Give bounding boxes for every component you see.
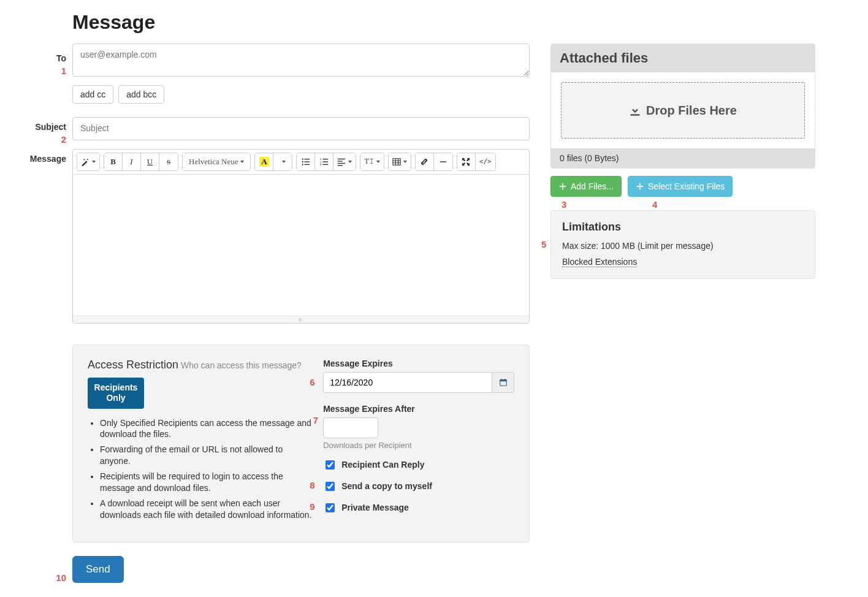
code-view-button[interactable]: </> <box>476 153 495 170</box>
add-files-button[interactable]: Add Files... <box>550 176 622 197</box>
private-message-checkbox[interactable] <box>326 503 335 512</box>
blocked-extensions-link[interactable]: Blocked Extensions <box>562 257 637 267</box>
marker-2: 2 <box>61 134 66 145</box>
ordered-list-button[interactable]: 123 <box>315 153 333 170</box>
access-bullet: A download receipt will be sent when eac… <box>100 498 312 521</box>
to-label: To <box>56 53 66 63</box>
magic-wand-icon <box>81 158 89 166</box>
align-icon <box>337 158 346 166</box>
marker-4: 4 <box>652 199 657 210</box>
svg-rect-3 <box>304 161 310 162</box>
svg-point-0 <box>302 158 303 159</box>
marker-7: 7 <box>313 415 318 425</box>
access-bullet: Recipients will be required to login to … <box>100 471 312 494</box>
plus-icon <box>558 182 567 191</box>
file-dropzone[interactable]: Drop Files Here <box>561 82 805 139</box>
max-size-text: Max size: 1000 MB (Limit per message) <box>562 241 804 251</box>
downloads-sub: Downloads per Recipient <box>323 441 514 450</box>
subject-input[interactable] <box>72 117 530 140</box>
marker-9: 9 <box>310 501 314 512</box>
access-bullets: Only Specified Recipients can access the… <box>88 417 312 521</box>
minus-icon <box>439 158 447 166</box>
select-existing-label: Select Existing Files <box>648 181 725 191</box>
plus-icon <box>636 182 644 191</box>
svg-rect-11 <box>322 164 328 164</box>
svg-rect-1 <box>304 159 310 159</box>
svg-rect-7 <box>322 159 328 159</box>
limitations-panel: 5 Limitations Max size: 1000 MB (Limit p… <box>550 210 815 279</box>
send-copy-label: Send a copy to myself <box>341 481 432 491</box>
add-bcc-button[interactable]: add bcc <box>118 85 164 104</box>
text-color-button[interactable]: A <box>255 153 273 170</box>
recipients-only-button[interactable]: Recipients Only <box>88 378 144 409</box>
select-existing-files-button[interactable]: Select Existing Files <box>628 176 733 197</box>
svg-rect-24 <box>501 378 501 380</box>
list-ol-icon: 123 <box>320 158 329 166</box>
editor-resize-handle[interactable] <box>73 316 529 323</box>
svg-rect-5 <box>304 164 310 164</box>
fullscreen-button[interactable] <box>457 153 476 170</box>
heading-symbol: T𝙸 <box>364 157 373 166</box>
italic-button[interactable]: I <box>123 153 141 170</box>
page-title: Message <box>72 11 155 34</box>
svg-rect-27 <box>560 186 566 187</box>
downloads-per-recipient-input[interactable] <box>323 417 378 438</box>
message-editor: B I U S Helvetica Neue <box>72 149 530 324</box>
editor-toolbar: B I U S Helvetica Neue <box>73 150 529 175</box>
access-restriction-title: Access Restriction <box>88 359 178 371</box>
expand-icon <box>462 158 470 166</box>
add-files-label: Add Files... <box>571 181 614 191</box>
svg-rect-9 <box>322 161 328 162</box>
table-button[interactable] <box>389 153 411 170</box>
dropzone-label: Drop Files Here <box>646 104 737 118</box>
to-input[interactable] <box>72 44 530 77</box>
options-panel: Access Restriction Who can access this m… <box>72 344 530 542</box>
text-color-caret[interactable] <box>273 153 292 170</box>
svg-rect-13 <box>338 161 343 161</box>
access-bullet: Forwarding of the email or URL is not al… <box>100 444 312 467</box>
access-restriction-sub: Who can access this message? <box>181 360 302 370</box>
marker-3: 3 <box>562 199 566 210</box>
private-message-label: Private Message <box>341 503 409 512</box>
svg-rect-29 <box>637 186 644 187</box>
marker-8: 8 <box>310 480 314 490</box>
attached-files-panel: Attached files Drop Files Here 0 files (… <box>550 44 815 169</box>
svg-rect-23 <box>500 379 506 381</box>
heading-button[interactable]: T𝙸 <box>360 153 383 170</box>
subject-label: Subject <box>35 122 66 132</box>
list-ul-icon <box>302 158 310 166</box>
marker-10: 10 <box>56 572 66 583</box>
font-family-select[interactable]: Helvetica Neue <box>183 153 250 170</box>
add-cc-button[interactable]: add cc <box>72 85 113 104</box>
message-label: Message <box>30 154 66 164</box>
svg-rect-12 <box>338 158 345 159</box>
svg-point-4 <box>302 164 303 165</box>
marker-6: 6 <box>310 377 314 387</box>
access-bullet: Only Specified Recipients can access the… <box>100 417 312 441</box>
svg-text:3: 3 <box>320 163 322 166</box>
font-family-label: Helvetica Neue <box>189 157 238 167</box>
expires-after-label: Message Expires After <box>323 404 514 414</box>
send-button[interactable]: Send <box>72 556 124 583</box>
expires-date-input[interactable] <box>323 372 492 393</box>
bold-button[interactable]: B <box>104 153 123 170</box>
strikethrough-button[interactable]: S <box>159 153 178 170</box>
unordered-list-button[interactable] <box>297 153 315 170</box>
horizontal-rule-button[interactable] <box>434 153 452 170</box>
link-icon <box>420 158 428 166</box>
svg-rect-15 <box>338 165 343 165</box>
link-button[interactable] <box>416 153 434 170</box>
limitations-title: Limitations <box>562 221 804 234</box>
style-wand-button[interactable] <box>77 153 99 170</box>
recipient-can-reply-label: Recipient Can Reply <box>341 460 424 470</box>
paragraph-align-button[interactable] <box>333 153 356 170</box>
message-body-input[interactable] <box>73 175 529 316</box>
send-copy-checkbox[interactable] <box>326 482 335 491</box>
calendar-icon <box>499 378 508 387</box>
svg-rect-21 <box>440 161 447 162</box>
expires-date-picker-button[interactable] <box>492 372 514 393</box>
svg-rect-14 <box>338 162 345 163</box>
recipient-can-reply-checkbox[interactable] <box>326 460 335 470</box>
marker-1: 1 <box>61 66 66 76</box>
underline-button[interactable]: U <box>141 153 159 170</box>
